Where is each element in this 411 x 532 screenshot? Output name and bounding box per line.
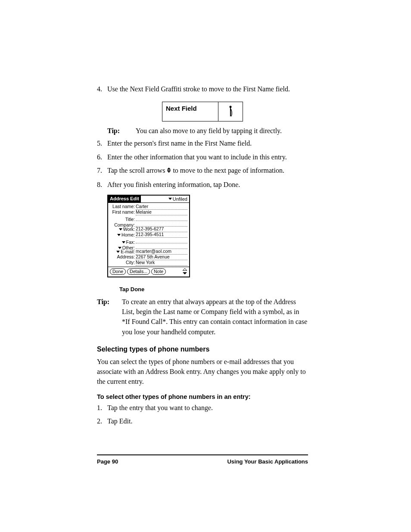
page-footer: Page 90 Using Your Basic Applications: [97, 458, 308, 465]
footer-rule: [97, 454, 308, 455]
field-label: Address:: [110, 255, 136, 260]
palm-header: Address Edit Unfiled: [108, 196, 189, 203]
field-label: Last name:: [110, 204, 136, 209]
done-button[interactable]: Done: [110, 268, 126, 275]
field-value[interactable]: 212-395-6277: [136, 227, 187, 232]
step-5: 5. Enter the person's first name in the …: [97, 138, 308, 148]
step-text: Enter the other information that you wan…: [107, 152, 308, 162]
field-label: City:: [110, 260, 136, 265]
scroll-arrows-icon[interactable]: [182, 268, 187, 275]
row-fax: Fax:: [110, 238, 187, 243]
field-label[interactable]: E-mail:: [110, 249, 136, 255]
dropdown-icon: [122, 241, 125, 243]
tip-text: You can also move to any field by tappin…: [136, 126, 308, 136]
step-number: 5.: [97, 138, 107, 148]
row-address: Address: 2267 5th Avenue: [110, 255, 187, 260]
step-number: 2.: [97, 416, 107, 426]
step-text: Use the Next Field Graffiti stroke to mo…: [107, 84, 308, 94]
dropdown-icon: [168, 198, 172, 200]
row-lastname: Last name: Carter: [110, 204, 187, 210]
field-label: First name:: [110, 210, 136, 215]
category-selector[interactable]: Unfiled: [167, 196, 189, 202]
svg-point-0: [230, 106, 232, 108]
section-heading: Selecting types of phone numbers: [97, 345, 308, 353]
document-page: 4. Use the Next Field Graffiti stroke to…: [0, 0, 411, 532]
address-edit-screen: Address Edit Unfiled Last name: Carter F…: [107, 195, 190, 277]
content-area: 4. Use the Next Field Graffiti stroke to…: [97, 84, 308, 426]
field-value[interactable]: [136, 215, 187, 221]
step-text: Tap the entry that you want to change.: [107, 403, 308, 413]
footer-chapter-title: Using Your Basic Applications: [227, 458, 308, 465]
field-value[interactable]: [136, 243, 187, 249]
footer-page-number: Page 90: [97, 458, 118, 465]
field-label: Title:: [110, 217, 136, 222]
step-7-post: to move to the next page of information.: [173, 167, 284, 174]
step-number: 4.: [97, 84, 107, 94]
row-firstname: First name: Melanie: [110, 210, 187, 215]
step-7: 7. Tap the scroll arrows to move to the …: [97, 165, 308, 176]
field-label[interactable]: Work:: [110, 227, 136, 232]
field-value[interactable]: 2267 5th Avenue: [136, 255, 187, 260]
step2-1: 1. Tap the entry that you want to change…: [97, 403, 308, 413]
details-button[interactable]: Details...: [127, 268, 150, 275]
step-8: 8. After you finish entering information…: [97, 180, 308, 190]
field-value[interactable]: [136, 221, 187, 227]
svg-marker-5: [183, 272, 187, 274]
row-email: E-mail: mcarter@aol.com: [110, 249, 187, 255]
field-value[interactable]: New York: [136, 260, 187, 266]
step-text: Tap Edit.: [107, 416, 308, 426]
tap-done-caption: Tap Done: [119, 286, 308, 292]
screen-title: Address Edit: [108, 196, 141, 202]
step2-2: 2. Tap Edit.: [97, 416, 308, 426]
field-value[interactable]: 212-395-4511: [136, 232, 187, 238]
field-label[interactable]: Home:: [110, 233, 136, 238]
step-number: 1.: [97, 403, 107, 413]
tip-label: Tip:: [97, 297, 122, 337]
svg-rect-2: [167, 170, 171, 171]
instruction-list: 4. Use the Next Field Graffiti stroke to…: [97, 84, 308, 94]
svg-marker-1: [167, 168, 171, 169]
dropdown-icon: [117, 234, 121, 236]
dropdown-icon: [116, 251, 120, 253]
field-value[interactable]: mcarter@aol.com: [136, 249, 187, 255]
row-city: City: New York: [110, 260, 187, 266]
palm-body: Last name: Carter First name: Melanie Ti…: [108, 203, 189, 267]
graffiti-stroke-icon: [227, 105, 234, 118]
step-4: 4. Use the Next Field Graffiti stroke to…: [97, 84, 308, 94]
next-field-glyph-cell: [218, 102, 243, 121]
step-7-pre: Tap the scroll arrows: [107, 167, 167, 174]
procedure-heading: To select other types of phone numbers i…: [97, 393, 308, 400]
field-label[interactable]: Fax:: [110, 240, 136, 245]
palm-screenshot: Address Edit Unfiled Last name: Carter F…: [107, 195, 308, 292]
row-work: Work: 212-395-6277: [110, 227, 187, 232]
tip-text: To create an entry that always appears a…: [122, 297, 308, 337]
section-paragraph: You can select the types of phone number…: [97, 357, 308, 387]
step-text: Tap the scroll arrows to move to the nex…: [107, 165, 308, 176]
tip-label: Tip:: [107, 126, 136, 136]
svg-marker-4: [183, 268, 187, 271]
category-label: Unfiled: [173, 196, 187, 202]
dropdown-icon: [119, 228, 122, 230]
svg-marker-3: [167, 171, 171, 173]
field-value[interactable]: Carter: [136, 204, 187, 210]
step-6: 6. Enter the other information that you …: [97, 152, 308, 162]
row-home: Home: 212-395-4511: [110, 232, 187, 238]
step-number: 6.: [97, 152, 107, 162]
palm-footer: Done Details... Note: [108, 267, 189, 277]
field-value[interactable]: [136, 238, 187, 243]
scroll-arrows-icon: [167, 166, 171, 176]
instruction-list-cont: 5. Enter the person's first name in the …: [97, 138, 308, 189]
next-field-diagram: Next Field: [162, 102, 243, 121]
tip-1: Tip: You can also move to any field by t…: [107, 126, 308, 136]
note-button[interactable]: Note: [151, 268, 166, 275]
step-text: Enter the person's first name in the Fir…: [107, 138, 308, 148]
row-title: Title:: [110, 215, 187, 221]
step-number: 8.: [97, 180, 107, 190]
step-number: 7.: [97, 165, 107, 176]
instruction-list-2: 1. Tap the entry that you want to change…: [97, 403, 308, 426]
tip-2: Tip: To create an entry that always appe…: [97, 297, 308, 337]
step-text: After you finish entering information, t…: [107, 180, 308, 190]
next-field-label: Next Field: [162, 102, 218, 121]
field-value[interactable]: Melanie: [136, 210, 187, 215]
